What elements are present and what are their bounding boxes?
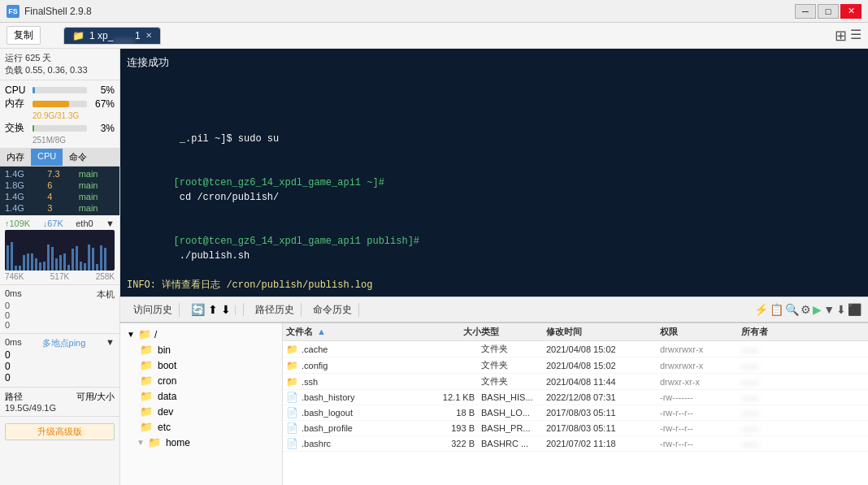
header-size[interactable]: 大小 <box>416 326 481 338</box>
tree-item[interactable]: 📁boot <box>124 357 279 373</box>
cpu-row: CPU 5% <box>5 84 115 96</box>
terminal-cmd-2: cd /cron/publish/ <box>174 192 280 203</box>
cmd-history-label[interactable]: 命令历史 <box>313 303 352 317</box>
file-row[interactable]: 📄 .bash_profile 193 B BASH_PR... 2017/08… <box>283 421 868 436</box>
file-perm: drwxr-xr-x <box>660 377 741 387</box>
lightning-icon[interactable]: ⚡ <box>754 303 768 316</box>
visit-history-section: 访问历史 <box>127 303 180 317</box>
path-history-label[interactable]: 路径历史 <box>255 303 294 317</box>
title-bar-controls: ─ □ ✕ <box>795 4 861 19</box>
tree-item[interactable]: ▼📁home <box>124 435 279 450</box>
tree-item[interactable]: 📁etc <box>124 419 279 435</box>
net-graph-bar <box>23 255 25 271</box>
maximize-button[interactable]: □ <box>818 4 839 19</box>
file-name: 📄 .bash_history <box>286 392 416 403</box>
file-owner: ------ <box>741 408 806 418</box>
net-graph-bar <box>59 255 62 271</box>
tree-item-label: cron <box>158 375 176 387</box>
file-row[interactable]: 📁 .ssh 文件夹 2021/04/08 11:44 drwxr-xr-x -… <box>283 374 868 390</box>
tree-item[interactable]: 📁dev <box>124 404 279 419</box>
uptime-label: 运行 625 天 <box>5 52 115 64</box>
refresh-icon[interactable]: 🔄 <box>191 303 205 316</box>
settings-icon[interactable]: ⚙ <box>801 303 811 316</box>
file-date: 2021/07/02 11:18 <box>546 439 660 448</box>
tree-folder-icon: 📁 <box>140 421 153 433</box>
tree-item-label: home <box>166 437 190 448</box>
net-val-2: 517K <box>50 272 69 281</box>
header-owner[interactable]: 所有者 <box>741 326 806 338</box>
separator: | <box>234 304 237 315</box>
header-type[interactable]: 类型 <box>481 326 546 338</box>
file-row[interactable]: 📄 .bash_logout 18 B BASH_LO... 2017/08/0… <box>283 405 868 421</box>
net-graph-bar <box>92 248 94 271</box>
down-arrow-icon[interactable]: ▼ <box>823 303 835 316</box>
mpv-2: 0 <box>5 361 115 372</box>
net-graph-bar <box>80 262 82 271</box>
net-graph-bar <box>19 266 21 271</box>
file-owner: ------ <box>741 423 806 433</box>
latency-header: 0ms 本机 <box>5 288 115 301</box>
play-icon[interactable]: ▶ <box>813 303 822 316</box>
download-icon[interactable]: ⬇ <box>221 303 231 316</box>
cmd-history-section: 命令历史 <box>306 303 359 317</box>
multi-ping-dropdown-icon[interactable]: ▼ <box>106 337 115 349</box>
tab-close-icon[interactable]: ✕ <box>145 31 152 40</box>
latency-val-3: 0 <box>5 320 115 330</box>
close-button[interactable]: ✕ <box>840 4 861 19</box>
file-row[interactable]: 📄 .bash_history 12.1 KB BASH_HIS... 2022… <box>283 390 868 405</box>
main-tab[interactable]: 📁 1 xp_____1 ✕ <box>63 27 161 45</box>
mpv-3: 0 <box>5 372 115 383</box>
file-row[interactable]: 📁 .config 文件夹 2021/04/08 15:02 drwxrwxr-… <box>283 357 868 374</box>
file-type: BASHRC ... <box>481 439 546 448</box>
tab-command[interactable]: 命令 <box>63 149 93 166</box>
terminal[interactable]: 连接成功 _.pil ~]$ sudo su [root@tcen_gz6_14… <box>120 49 868 297</box>
header-modified[interactable]: 修改时间 <box>546 326 660 338</box>
cpu-label: CPU <box>5 84 29 96</box>
path-value: 19.5G/49.1G <box>5 403 115 413</box>
tree-item-label: etc <box>158 422 171 433</box>
tab-folder-icon: 📁 <box>72 30 85 41</box>
tab-cpu[interactable]: CPU <box>31 149 63 166</box>
file-row[interactable]: 📄 .bashrc 322 B BASHRC ... 2021/07/02 11… <box>283 436 868 452</box>
title-bar-left: FS FinalShell 2.9.8 <box>7 5 92 18</box>
copy-icon[interactable]: 📋 <box>770 303 783 316</box>
tree-item[interactable]: 📁bin <box>124 342 279 357</box>
process-table: 1.4G7.3main1.8G6main1.4G4main1.4G3main <box>2 168 118 214</box>
tree-root[interactable]: ▼ 📁 / <box>124 327 279 342</box>
file-row[interactable]: 📁 .cache 文件夹 2021/04/08 15:02 drwxrwxr-x… <box>283 341 868 357</box>
terminal-cmd-3: ./publish.sh <box>174 250 250 262</box>
net-graph-bar <box>104 248 106 271</box>
multi-ping-section: 0ms 多地点ping ▼ 0 0 0 <box>0 334 119 388</box>
copy-button[interactable]: 复制 <box>7 26 41 45</box>
net-up-label: ↑109K <box>5 219 30 228</box>
net-graph-bar <box>55 258 58 271</box>
net-dropdown-icon[interactable]: ▼ <box>106 219 115 228</box>
upload-icon[interactable]: ⬆ <box>208 303 218 316</box>
net-graph-bar <box>84 263 86 271</box>
right-panel: 连接成功 _.pil ~]$ sudo su [root@tcen_gz6_14… <box>120 49 868 485</box>
process-row: 1.4G3main <box>2 202 118 214</box>
upgrade-button[interactable]: 升级高级版 <box>5 423 115 440</box>
file-list-header: 文件名 ▲ 大小 类型 修改时间 权限 所有者 <box>283 323 868 341</box>
minimize-button[interactable]: ─ <box>795 4 816 19</box>
visit-history-label[interactable]: 访问历史 <box>133 303 172 317</box>
download2-icon[interactable]: ⬇ <box>836 303 846 316</box>
toolbar-right: ⊞ ☰ <box>835 27 861 45</box>
memory-progress-container <box>33 101 87 107</box>
menu-icon[interactable]: ☰ <box>850 27 861 45</box>
swap-detail: 251M/8G <box>5 136 115 145</box>
tree-item[interactable]: 📁cron <box>124 373 279 388</box>
tree-item[interactable]: 📁data <box>124 388 279 404</box>
grid-icon[interactable]: ⊞ <box>835 27 847 45</box>
multi-ping-header: 0ms 多地点ping ▼ <box>5 337 115 349</box>
toolbar-icons: ⚡ 📋 🔍 ⚙ ▶ ▼ ⬇ ⬛ <box>754 303 861 316</box>
multi-ping-btn[interactable]: 多地点ping <box>42 337 86 349</box>
path-history-section: 路径历史 <box>249 303 302 317</box>
stop-icon[interactable]: ⬛ <box>848 303 861 316</box>
cpu-progress-container <box>33 87 87 93</box>
file-name: 📁 .config <box>286 360 416 371</box>
tab-memory[interactable]: 内存 <box>0 149 31 166</box>
header-permissions[interactable]: 权限 <box>660 326 741 338</box>
search-icon[interactable]: 🔍 <box>785 303 799 316</box>
header-name[interactable]: 文件名 ▲ <box>286 326 416 338</box>
